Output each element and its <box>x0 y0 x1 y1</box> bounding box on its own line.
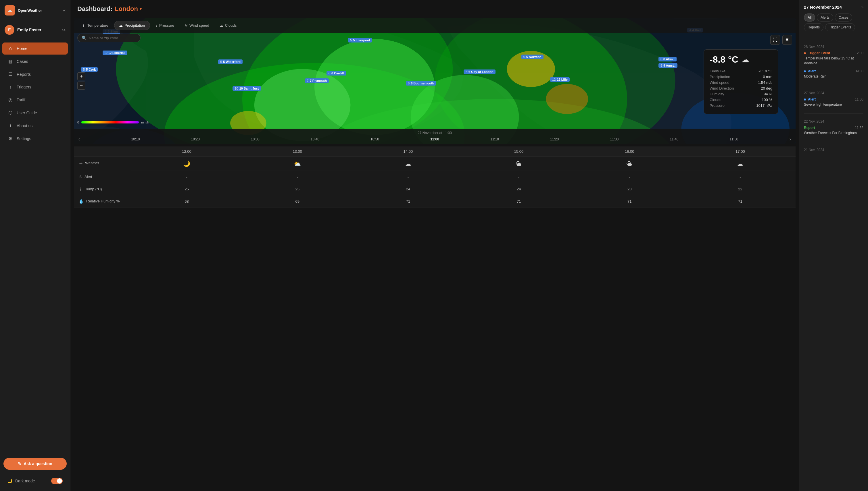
city-selector[interactable]: London ▾ <box>115 5 142 12</box>
city-label-liverpool[interactable]: 5 Liverpool <box>348 38 372 42</box>
sidebar-item-label: Triggers <box>17 85 31 89</box>
time-11: 11:50 <box>730 137 738 141</box>
city-label-plymouth[interactable]: 7 Plymouth <box>305 78 329 83</box>
city-label-norwich[interactable]: 6 Norwich <box>521 55 543 59</box>
logo-icon: ☁ <box>5 5 15 16</box>
clouds-value: 100 % <box>762 97 772 102</box>
sidebar-item-about[interactable]: ℹ About us <box>2 119 68 132</box>
precip-label: Precipitation <box>710 75 730 79</box>
filter-reports-button[interactable]: Reports <box>804 23 823 31</box>
nav-menu: ⌂ Home ▦ Cases ☰ Reports ↕ Triggers ◎ Ta… <box>0 39 70 455</box>
city-label-cork[interactable]: 5 Cork <box>81 67 98 72</box>
event-type-alert: Alert <box>804 97 816 102</box>
forecast-table: 12:00 13:00 14:00 15:00 16:00 17:00 ☁ We… <box>74 146 795 208</box>
filter-all-button[interactable]: All <box>804 13 815 22</box>
tab-pressure[interactable]: ↕ Pressure <box>151 21 179 30</box>
user-info: E Emily Foster <box>5 25 42 35</box>
cloud-row-icon: ☁ <box>79 160 83 165</box>
sidebar-item-home[interactable]: ⌂ Home <box>2 42 68 55</box>
scale-unit: mm/h <box>141 121 149 124</box>
city-label-waterford[interactable]: 5 Waterford <box>218 59 243 64</box>
dark-mode-row: 🌙 Dark mode <box>2 474 68 488</box>
panel-date: 27 November 2024 <box>804 5 842 9</box>
tab-label: Precipitation <box>125 23 145 28</box>
selected-city: London <box>115 5 138 12</box>
wind-dir-label: Wind Direction <box>710 86 734 90</box>
event-item: Report 11:52 Weather Forecast For Birmin… <box>804 126 863 136</box>
settings-icon: ⚙ <box>7 136 13 141</box>
col-header-12: 12:00 <box>131 146 242 157</box>
alert-row-label: ⚠ Alert <box>74 171 131 183</box>
event-type-trigger: Trigger Event <box>804 51 830 55</box>
sidebar-item-reports[interactable]: ☰ Reports <box>2 68 68 80</box>
ask-question-button[interactable]: ✎ Ask a question <box>3 458 67 470</box>
timeline-prev-button[interactable]: ‹ <box>79 137 80 142</box>
city-label-limerick[interactable]: -2 Limerick <box>103 51 127 55</box>
city-label-city-of-london[interactable]: 6 City of London <box>464 69 495 74</box>
tab-precipitation[interactable]: ☁ Precipitation <box>114 21 150 30</box>
temperature-value: -8.8 °C <box>710 54 738 65</box>
alert-row-icon: ⚠ <box>79 174 82 179</box>
logout-icon[interactable]: ↪ <box>62 27 65 33</box>
wind-speed-value: 1.54 m/s <box>758 80 772 85</box>
eye-button[interactable]: 👁 <box>782 35 792 45</box>
hum-13: 69 <box>242 195 353 208</box>
col-header-17: 17:00 <box>685 146 795 157</box>
user-guide-icon: ⬡ <box>7 110 13 115</box>
clouds-icon: ☁ <box>220 23 223 28</box>
alert-16: - <box>574 171 685 183</box>
event-item: Trigger Event 12:00 Temperature falls be… <box>804 51 863 66</box>
city-label-akm[interactable]: 8 Akm.. <box>658 57 677 61</box>
logo-area: ☁ OpenWeather <box>5 5 42 16</box>
tab-wind-speed[interactable]: ≋ Wind speed <box>180 21 214 30</box>
city-label-amst[interactable]: 9 Amst.. <box>658 63 678 68</box>
sidebar-item-user-guide[interactable]: ⬡ User Guide <box>2 107 68 119</box>
section-date-27nov: 27 Nov, 2024 <box>804 91 863 95</box>
filter-cases-button[interactable]: Cases <box>835 13 852 22</box>
temp-12: 25 <box>131 183 242 195</box>
event-header: Trigger Event 12:00 <box>804 51 863 55</box>
temp-row-label: 🌡 Temp (°C) <box>74 183 131 195</box>
filter-trigger-events-button[interactable]: Trigger Events <box>825 23 855 31</box>
dark-mode-label: Dark mode <box>15 479 35 483</box>
section-date-22nov: 22 Nov, 2024 <box>804 119 863 123</box>
city-label-bournemouth[interactable]: 6 Bournemouth <box>406 81 436 86</box>
sidebar-item-settings[interactable]: ⚙ Settings <box>2 133 68 145</box>
city-label-saint-just[interactable]: 10 Saint Just <box>233 86 261 91</box>
search-icon: 🔍 <box>82 36 86 40</box>
zoom-in-button[interactable]: + <box>77 73 85 80</box>
zoom-out-button[interactable]: − <box>77 82 85 90</box>
right-panel: 27 November 2024 » All Alerts Cases Repo… <box>799 0 868 491</box>
map-search[interactable]: 🔍 <box>77 34 140 42</box>
time-2: 10:20 <box>191 137 200 141</box>
panel-next-icon[interactable]: » <box>861 5 863 9</box>
filter-buttons: All Alerts Cases Reports Trigger Events <box>804 13 863 31</box>
weather-label: Weather <box>85 161 99 165</box>
city-label-cardiff[interactable]: 6 Cardiff <box>326 71 346 76</box>
about-icon: ℹ <box>7 123 13 128</box>
fullscreen-button[interactable]: ⛶ <box>770 35 780 45</box>
reports-icon: ☰ <box>7 71 13 77</box>
dark-mode-toggle[interactable] <box>51 478 63 484</box>
timeline-next-button[interactable]: › <box>789 137 791 142</box>
sidebar-item-triggers[interactable]: ↕ Triggers <box>2 81 68 93</box>
sidebar-header: ☁ OpenWeather « <box>0 0 70 21</box>
pressure-icon: ↕ <box>156 23 158 28</box>
weather-12: 🌙 <box>131 157 242 171</box>
collapse-button[interactable]: « <box>63 8 65 13</box>
search-input[interactable] <box>89 36 136 40</box>
tab-temperature[interactable]: 🌡 Temperature <box>77 21 113 30</box>
scale-start: 0 <box>77 121 79 124</box>
sidebar-item-tariff[interactable]: ◎ Tariff <box>2 94 68 106</box>
sidebar-item-cases[interactable]: ▦ Cases <box>2 55 68 67</box>
avatar: E <box>5 25 15 35</box>
time-8: 11:20 <box>550 137 559 141</box>
temp-14: 24 <box>353 183 463 195</box>
hum-17: 71 <box>685 195 795 208</box>
table-row: ☁ Weather 🌙 ⛅ ☁ 🌥 🌥 ☁ <box>74 157 795 171</box>
city-label-lille[interactable]: 12 Lille <box>550 77 570 82</box>
tab-clouds[interactable]: ☁ Clouds <box>215 21 241 30</box>
filter-alerts-button[interactable]: Alerts <box>817 13 833 22</box>
event-description: Weather Forecast For Birmingham <box>804 131 863 136</box>
hum-15: 71 <box>463 195 574 208</box>
